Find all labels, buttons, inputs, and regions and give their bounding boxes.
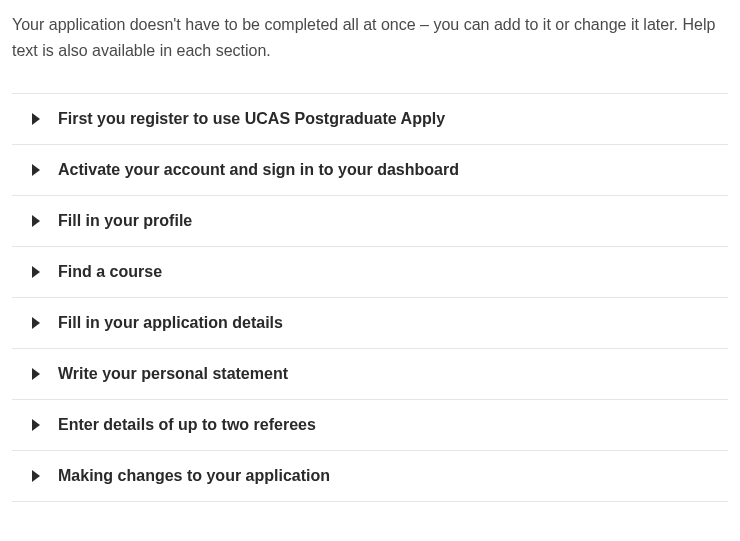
accordion-title: Making changes to your application xyxy=(58,467,330,485)
accordion-header-referees[interactable]: Enter details of up to two referees xyxy=(12,400,728,450)
accordion-title: Fill in your profile xyxy=(58,212,192,230)
accordion-title: Enter details of up to two referees xyxy=(58,416,316,434)
accordion-header-register[interactable]: First you register to use UCAS Postgradu… xyxy=(12,94,728,144)
accordion-item: Making changes to your application xyxy=(12,450,728,502)
chevron-right-icon xyxy=(32,164,40,176)
accordion-header-making-changes[interactable]: Making changes to your application xyxy=(12,451,728,501)
chevron-right-icon xyxy=(32,113,40,125)
chevron-right-icon xyxy=(32,317,40,329)
accordion-item: Write your personal statement xyxy=(12,348,728,399)
accordion-title: Write your personal statement xyxy=(58,365,288,383)
chevron-right-icon xyxy=(32,215,40,227)
accordion-item: Find a course xyxy=(12,246,728,297)
accordion-header-activate[interactable]: Activate your account and sign in to you… xyxy=(12,145,728,195)
accordion-title: Fill in your application details xyxy=(58,314,283,332)
accordion-title: Find a course xyxy=(58,263,162,281)
accordion-list: First you register to use UCAS Postgradu… xyxy=(12,93,728,502)
accordion-item: First you register to use UCAS Postgradu… xyxy=(12,93,728,144)
chevron-right-icon xyxy=(32,419,40,431)
accordion-item: Fill in your profile xyxy=(12,195,728,246)
accordion-header-find-course[interactable]: Find a course xyxy=(12,247,728,297)
accordion-title: First you register to use UCAS Postgradu… xyxy=(58,110,445,128)
chevron-right-icon xyxy=(32,368,40,380)
accordion-item: Activate your account and sign in to you… xyxy=(12,144,728,195)
accordion-header-application-details[interactable]: Fill in your application details xyxy=(12,298,728,348)
chevron-right-icon xyxy=(32,266,40,278)
intro-paragraph: Your application doesn't have to be comp… xyxy=(12,12,728,63)
accordion-item: Fill in your application details xyxy=(12,297,728,348)
accordion-item: Enter details of up to two referees xyxy=(12,399,728,450)
chevron-right-icon xyxy=(32,470,40,482)
accordion-header-personal-statement[interactable]: Write your personal statement xyxy=(12,349,728,399)
accordion-title: Activate your account and sign in to you… xyxy=(58,161,459,179)
accordion-header-profile[interactable]: Fill in your profile xyxy=(12,196,728,246)
